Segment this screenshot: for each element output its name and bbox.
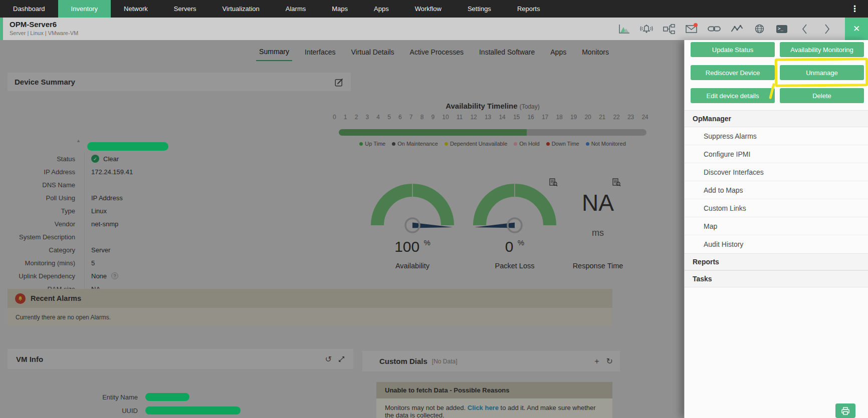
menu-item-configure-ipmi[interactable]: Configure IPMI bbox=[685, 145, 868, 163]
menu-item-custom-links[interactable]: Custom Links bbox=[685, 199, 868, 217]
device-subtitle: Server | Linux | VMware-VM bbox=[10, 30, 78, 36]
menu-item-map[interactable]: Map bbox=[685, 217, 868, 235]
yellow-highlight-annotation bbox=[775, 58, 868, 87]
section-header-reports[interactable]: Reports bbox=[685, 253, 868, 270]
chevron-left-icon[interactable] bbox=[798, 23, 811, 35]
nav-item-dashboard[interactable]: Dashboard bbox=[0, 0, 58, 18]
close-device-button[interactable]: ✕ bbox=[845, 18, 868, 40]
section-header-opmanager[interactable]: OpManager bbox=[685, 110, 868, 127]
rediscover-device-button[interactable]: Rediscover Device bbox=[691, 65, 775, 80]
modal-dim-overlay[interactable] bbox=[0, 40, 684, 418]
nav-item-network[interactable]: Network bbox=[111, 0, 161, 18]
menu-item-suppress-alarms[interactable]: Suppress Alarms bbox=[685, 127, 868, 145]
topology-icon[interactable] bbox=[663, 23, 676, 35]
nav-item-virtualization[interactable]: Virtualization bbox=[209, 0, 273, 18]
device-actions-panel: Update Status Availability Monitoring Re… bbox=[684, 40, 868, 418]
section-header-tasks[interactable]: Tasks bbox=[685, 270, 868, 287]
nav-item-settings[interactable]: Settings bbox=[455, 0, 504, 18]
update-status-button[interactable]: Update Status bbox=[691, 42, 775, 57]
sparkline-icon[interactable] bbox=[730, 23, 743, 35]
menu-item-discover-interfaces[interactable]: Discover Interfaces bbox=[685, 163, 868, 181]
nav-item-reports[interactable]: Reports bbox=[504, 0, 553, 18]
nav-item-workflow[interactable]: Workflow bbox=[402, 0, 455, 18]
top-nav: Dashboard Inventory Network Servers Virt… bbox=[0, 0, 868, 18]
terminal-icon[interactable]: >_ bbox=[775, 23, 788, 35]
edit-device-details-button[interactable]: Edit device details bbox=[691, 88, 775, 103]
device-header: OPM-Server6 Server | Linux | VMware-VM bbox=[0, 18, 868, 40]
nav-item-inventory[interactable]: Inventory bbox=[58, 0, 111, 18]
device-header-toolbar: >_ bbox=[617, 18, 833, 40]
opmanager-screen: Dashboard Inventory Network Servers Virt… bbox=[0, 0, 868, 418]
mail-notification-dot bbox=[694, 23, 698, 27]
availability-monitoring-button[interactable]: Availability Monitoring bbox=[780, 42, 864, 57]
print-button[interactable] bbox=[835, 403, 855, 418]
menu-item-audit-history[interactable]: Audit History bbox=[685, 235, 868, 253]
delete-button[interactable]: Delete bbox=[780, 88, 864, 103]
nav-item-maps[interactable]: Maps bbox=[319, 0, 361, 18]
globe-icon[interactable] bbox=[753, 23, 766, 35]
device-title: OPM-Server6 bbox=[10, 20, 57, 29]
kebab-menu-icon[interactable]: ⋮ bbox=[850, 0, 859, 18]
nav-item-apps[interactable]: Apps bbox=[361, 0, 402, 18]
link-icon[interactable] bbox=[708, 23, 721, 35]
redaction-pill-uuid bbox=[145, 406, 241, 414]
redaction-pill-entity-name bbox=[145, 393, 189, 401]
nav-item-servers[interactable]: Servers bbox=[161, 0, 209, 18]
performance-chart-icon[interactable] bbox=[617, 23, 630, 35]
status-accent-bar bbox=[0, 18, 3, 40]
redaction-pill-dns bbox=[87, 142, 168, 151]
mail-icon[interactable] bbox=[685, 23, 698, 35]
menu-item-add-to-maps[interactable]: Add to Maps bbox=[685, 181, 868, 199]
nav-item-alarms[interactable]: Alarms bbox=[273, 0, 319, 18]
alarm-bell-icon[interactable] bbox=[640, 23, 653, 35]
chevron-right-icon[interactable] bbox=[820, 23, 833, 35]
